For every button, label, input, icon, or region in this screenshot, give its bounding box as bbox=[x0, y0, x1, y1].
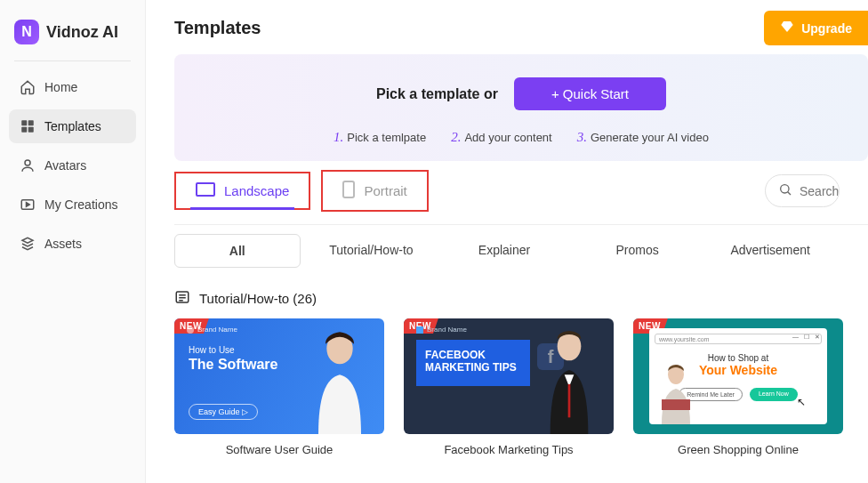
sidebar-item-label: My Creations bbox=[44, 197, 117, 212]
template-cards: NEW Brand Name How to Use The Software E… bbox=[174, 318, 868, 474]
category-tab-advertisement[interactable]: Advertisement bbox=[708, 234, 832, 268]
step-1: 1.Pick a temlpate bbox=[334, 130, 426, 145]
sidebar-item-templates[interactable]: Templates bbox=[9, 109, 136, 143]
sidebar-item-creations[interactable]: My Creations bbox=[9, 188, 136, 221]
sidebar-item-label: Templates bbox=[44, 119, 101, 133]
portrait-icon bbox=[342, 181, 355, 201]
svg-rect-12 bbox=[568, 384, 571, 417]
svg-rect-2 bbox=[21, 127, 27, 133]
template-thumb: NEW www.yoursite.com — ☐ ✕ How to Shop a… bbox=[633, 318, 843, 434]
tab-landscape-label: Landscape bbox=[224, 183, 289, 198]
svg-rect-1 bbox=[28, 120, 34, 125]
svg-rect-0 bbox=[21, 120, 27, 125]
template-card[interactable]: NEW Brand Name f FACEBOOK MARKETING TIPS… bbox=[404, 318, 614, 456]
sidebar-divider bbox=[14, 60, 131, 61]
brand-logo[interactable]: N Vidnoz AI bbox=[9, 16, 136, 60]
upgrade-label: Upgrade bbox=[801, 21, 852, 36]
svg-rect-3 bbox=[28, 127, 34, 133]
main-content: Templates Upgrade Pick a template or + Q… bbox=[146, 0, 868, 483]
hero-steps: 1.Pick a temlpate 2.Add your content 3.G… bbox=[199, 130, 843, 145]
brand-name: Vidnoz AI bbox=[46, 23, 118, 42]
home-icon bbox=[20, 79, 36, 95]
thumb-brand: Brand Name bbox=[187, 326, 237, 334]
avatar-icon bbox=[299, 327, 381, 434]
sidebar: N Vidnoz AI Home Templates Avatars My Cr… bbox=[0, 0, 146, 483]
thumb-brand: Brand Name bbox=[416, 326, 467, 334]
tab-portrait[interactable]: Portrait bbox=[321, 170, 428, 212]
category-tab-explainer[interactable]: Explainer bbox=[442, 234, 567, 268]
assets-icon bbox=[20, 236, 36, 252]
quick-start-button[interactable]: + Quick Start bbox=[514, 77, 666, 110]
diamond-icon bbox=[780, 20, 794, 36]
browser-mock: www.yoursite.com — ☐ ✕ How to Shop at Yo… bbox=[649, 328, 827, 424]
category-tabs: All Tutorial/How-to Explainer Promos Adv… bbox=[174, 224, 868, 268]
avatars-icon bbox=[20, 157, 36, 173]
section-title: Tutorial/How-to (26) bbox=[199, 291, 317, 306]
thumb-line2: MARKETING TIPS bbox=[425, 361, 521, 374]
template-thumb: NEW Brand Name f FACEBOOK MARKETING TIPS bbox=[404, 318, 614, 434]
search-input[interactable] bbox=[800, 184, 840, 198]
cursor-icon: ↖ bbox=[797, 396, 806, 408]
thumb-line2: The Software bbox=[189, 357, 277, 373]
step-3: 3.Generate your AI video bbox=[577, 130, 709, 145]
template-title: Green Shopping Online bbox=[633, 443, 843, 456]
window-buttons-icon: — ☐ ✕ bbox=[792, 334, 822, 341]
category-tab-promos[interactable]: Promos bbox=[575, 234, 700, 268]
sidebar-item-label: Avatars bbox=[44, 158, 86, 173]
template-card[interactable]: NEW Brand Name How to Use The Software E… bbox=[174, 318, 384, 456]
sidebar-item-avatars[interactable]: Avatars bbox=[9, 149, 136, 182]
tab-landscape[interactable]: Landscape bbox=[174, 172, 310, 210]
landscape-icon bbox=[196, 182, 215, 199]
category-tab-tutorial[interactable]: Tutorial/How-to bbox=[309, 234, 434, 268]
template-title: Software User Guide bbox=[174, 443, 384, 456]
category-tab-all[interactable]: All bbox=[174, 234, 301, 268]
avatar-icon bbox=[534, 327, 605, 434]
templates-icon bbox=[20, 118, 36, 134]
sidebar-item-home[interactable]: Home bbox=[9, 70, 136, 104]
creations-icon bbox=[20, 197, 36, 213]
sidebar-item-label: Home bbox=[44, 80, 77, 94]
template-card[interactable]: NEW www.yoursite.com — ☐ ✕ How to Shop a… bbox=[633, 318, 843, 456]
thumb-line1: FACEBOOK bbox=[425, 349, 521, 361]
section-icon bbox=[174, 289, 190, 308]
search-icon bbox=[778, 182, 792, 199]
step-2: 2.Add your content bbox=[451, 130, 552, 145]
search-box[interactable] bbox=[765, 174, 840, 207]
svg-rect-6 bbox=[197, 183, 214, 196]
sidebar-item-label: Assets bbox=[44, 237, 82, 251]
hero-banner: Pick a template or + Quick Start 1.Pick … bbox=[174, 54, 868, 161]
svg-rect-14 bbox=[662, 399, 690, 410]
template-title: Facebook Marketing Tips bbox=[404, 443, 614, 456]
svg-point-4 bbox=[25, 160, 30, 165]
section-heading: Tutorial/How-to (26) bbox=[174, 289, 868, 308]
brand-logo-icon: N bbox=[14, 20, 39, 44]
svg-rect-7 bbox=[343, 181, 354, 197]
svg-point-8 bbox=[781, 185, 789, 193]
thumb-btn-fill: Learn Now bbox=[750, 388, 798, 401]
sidebar-item-assets[interactable]: Assets bbox=[9, 227, 136, 261]
avatar-icon bbox=[655, 362, 697, 424]
thumb-chip: Easy Guide ▷ bbox=[189, 404, 258, 420]
template-thumb: NEW Brand Name How to Use The Software E… bbox=[174, 318, 384, 434]
upgrade-button[interactable]: Upgrade bbox=[764, 11, 868, 45]
tab-portrait-label: Portrait bbox=[364, 183, 406, 198]
thumb-line1: How to Use bbox=[189, 345, 277, 355]
hero-pick-text: Pick a template or bbox=[376, 86, 498, 102]
